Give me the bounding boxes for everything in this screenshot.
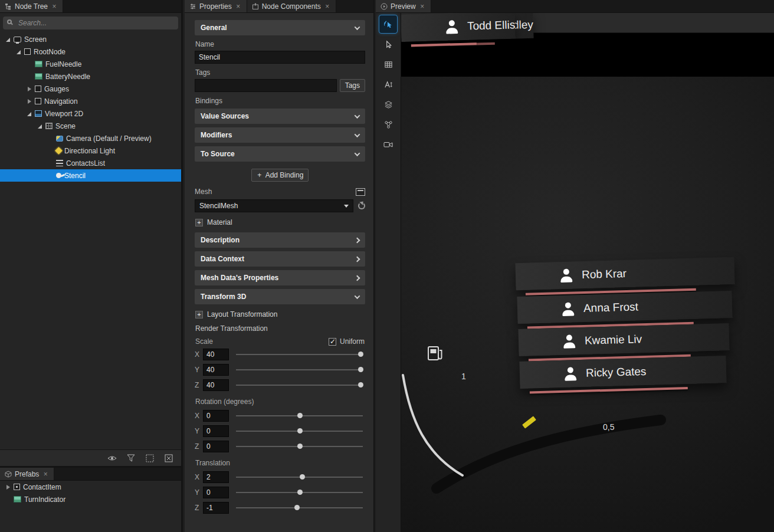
slider-knob[interactable]	[297, 428, 303, 434]
tree-item-viewport-2d[interactable]: Viewport 2D	[0, 107, 181, 120]
close-icon[interactable]	[42, 471, 49, 478]
camera-tool-button[interactable]	[379, 136, 397, 153]
contact-list-item[interactable]: Todd Ellis	[401, 13, 516, 42]
value-sources-header[interactable]: Value Sources	[195, 109, 365, 124]
search-input[interactable]	[17, 18, 178, 28]
translation-y-slider[interactable]	[236, 492, 363, 493]
checkbox-checked-icon[interactable]	[329, 338, 336, 346]
expander-closed-icon[interactable]	[26, 98, 33, 105]
tags-input[interactable]	[195, 79, 337, 92]
rotation-y-input[interactable]	[203, 425, 229, 437]
to-source-header[interactable]: To Source	[195, 146, 365, 162]
slider-knob[interactable]	[297, 413, 303, 418]
node-tree-panel: Node Tree Screen RootNode FuelNeedl	[0, 0, 183, 532]
plus-box-icon[interactable]	[195, 311, 203, 318]
tree-item-fuelneedle[interactable]: FuelNeedle	[0, 58, 181, 70]
select-tool-button[interactable]	[379, 35, 397, 53]
translation-x-slider[interactable]	[236, 477, 363, 478]
tags-button[interactable]: Tags	[340, 79, 365, 92]
translation-z-slider[interactable]	[236, 507, 363, 508]
preview-canvas[interactable]: 1 0,5 Rob Krar Anna Frost Kwamie Liv Ric…	[401, 13, 774, 532]
rotation-z-input[interactable]	[203, 441, 229, 452]
material-expander[interactable]: Material	[195, 218, 365, 226]
node-2d-icon	[24, 48, 31, 55]
close-icon[interactable]	[324, 3, 331, 10]
translation-z-input[interactable]	[203, 502, 229, 514]
slider-knob[interactable]	[358, 382, 363, 387]
tree-item-navigation[interactable]: Navigation	[0, 95, 181, 107]
close-icon[interactable]	[419, 3, 426, 10]
grid-view-button[interactable]	[142, 452, 158, 465]
tree-item-screen[interactable]: Screen	[0, 33, 181, 45]
transform-3d-header[interactable]: Transform 3D	[195, 289, 365, 304]
contact-list-item[interactable]: Ricky Gates	[519, 356, 726, 389]
tree-item-contactslist[interactable]: ContactsList	[0, 157, 181, 169]
reset-icon[interactable]	[358, 202, 365, 209]
rotation-x-input[interactable]	[203, 410, 229, 422]
scale-x-input[interactable]	[203, 349, 229, 360]
mesh-select[interactable]: StencilMesh	[195, 199, 353, 212]
expander-open-icon[interactable]	[26, 110, 33, 117]
rotation-y-slider[interactable]	[236, 431, 363, 432]
tree-item-rootnode[interactable]: RootNode	[0, 45, 181, 58]
expander-open-icon[interactable]	[15, 48, 22, 55]
expander-closed-icon[interactable]	[5, 484, 12, 491]
rotation-z-slider[interactable]	[236, 446, 363, 447]
slider-knob[interactable]	[297, 444, 303, 449]
data-context-header[interactable]: Data Context	[195, 251, 365, 267]
scale-y-input[interactable]	[203, 364, 229, 376]
interact-tool-button[interactable]	[379, 15, 397, 33]
tab-node-tree[interactable]: Node Tree	[0, 0, 63, 12]
tab-properties[interactable]: Properties	[185, 0, 247, 12]
expander-open-icon[interactable]	[37, 123, 44, 130]
prefab-item-turnindicator[interactable]: TurnIndicator	[0, 493, 181, 505]
modifiers-header[interactable]: Modifiers	[195, 127, 365, 143]
slider-knob[interactable]	[297, 490, 303, 495]
tab-preview[interactable]: Preview	[376, 0, 431, 12]
expander-closed-icon[interactable]	[26, 86, 33, 93]
name-input[interactable]	[195, 51, 365, 64]
translation-y-input[interactable]	[203, 487, 229, 498]
tree-item-directional-light[interactable]: Directional Light	[0, 145, 181, 157]
tab-node-components[interactable]: Node Components	[247, 0, 336, 12]
add-binding-button[interactable]: Add Binding	[251, 169, 309, 182]
scale-z-input[interactable]	[203, 379, 229, 391]
scale-z-slider[interactable]	[236, 385, 363, 386]
tree-item-scene[interactable]: Scene	[0, 120, 181, 132]
translation-x-input[interactable]	[203, 471, 229, 483]
general-section-header[interactable]: General	[195, 20, 365, 35]
tree-item-stencil[interactable]: Stencil	[0, 169, 181, 182]
axis-label: X	[195, 350, 203, 359]
plus-box-icon[interactable]	[195, 219, 203, 226]
description-header[interactable]: Description	[195, 232, 365, 248]
properties-content: General Name Tags Tags Bindings Value So…	[185, 13, 373, 532]
tree-item-camera[interactable]: Camera (Default / Preview)	[0, 132, 181, 145]
tree-item-batteryneedle[interactable]: BatteryNeedle	[0, 70, 181, 83]
slider-knob[interactable]	[300, 474, 305, 480]
uniform-checkbox[interactable]: Uniform	[329, 337, 365, 346]
rotation-x-slider[interactable]	[236, 415, 363, 416]
close-icon[interactable]	[51, 3, 58, 10]
scale-y-slider[interactable]	[236, 369, 363, 370]
tree-item-gauges[interactable]: Gauges	[0, 83, 181, 95]
mesh-asset-icon[interactable]	[356, 188, 365, 196]
slider-knob[interactable]	[358, 367, 363, 372]
expander-open-icon[interactable]	[5, 36, 12, 43]
filter-button[interactable]	[123, 452, 139, 465]
layout-transformation-expander[interactable]: Layout Transformation	[195, 310, 365, 318]
mesh-data-header[interactable]: Mesh Data's Properties	[195, 270, 365, 285]
text-tool-button[interactable]	[379, 75, 397, 93]
slider-knob[interactable]	[294, 505, 300, 510]
visibility-toggle-button[interactable]	[104, 452, 120, 465]
close-icon[interactable]	[235, 3, 242, 10]
scale-x-slider[interactable]	[236, 354, 363, 355]
play-circle-icon	[381, 3, 388, 10]
grid-clear-button[interactable]	[161, 452, 176, 465]
layers-tool-button[interactable]	[379, 96, 397, 113]
prefab-item-contactitem[interactable]: ContactItem	[0, 481, 181, 493]
connections-tool-button[interactable]	[379, 116, 397, 133]
grid-tool-button[interactable]	[379, 55, 397, 73]
properties-tabbar: Properties Node Components	[185, 0, 373, 13]
tab-prefabs[interactable]: Prefabs	[0, 468, 54, 480]
slider-knob[interactable]	[358, 352, 363, 357]
